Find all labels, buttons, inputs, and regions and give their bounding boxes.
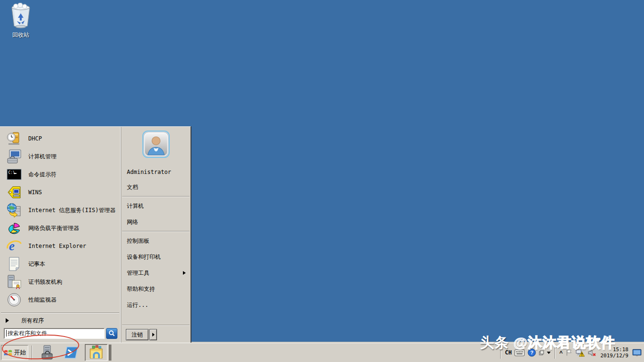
program-item-iis-manager[interactable]: Internet 信息服务(IIS)管理器 [0,201,120,219]
server-manager-icon[interactable] [40,345,55,360]
logoff-block: 注销 [121,324,190,343]
search-box [4,328,105,339]
logoff-label: 注销 [132,331,143,339]
divider [122,231,190,232]
text-caret [6,330,7,337]
program-label: 性能监视器 [28,296,57,304]
program-item-internet-explorer[interactable]: e Internet Explorer [0,237,120,255]
svg-text:?: ? [530,350,534,355]
display-monitor-icon[interactable] [632,349,642,356]
program-label: 计算机管理 [28,153,57,161]
all-programs-item[interactable]: 所有程序 [0,314,120,327]
language-indicator[interactable]: CH [505,349,512,356]
recycle-bin[interactable]: 回收站 [4,3,38,39]
command-prompt-icon: C:\ [7,167,22,182]
taskbar-divider [32,346,33,360]
menu-item-label: 设备和打印机 [127,253,161,261]
recycle-bin-label: 回收站 [12,31,29,39]
program-item-performance-monitor[interactable]: 性能监视器 [0,291,120,309]
start-button-label: 开始 [14,348,26,357]
menu-item-computer[interactable]: 计算机 [121,198,190,214]
svg-text:C:\: C:\ [8,171,16,175]
notepad-icon [7,256,22,272]
menu-item-run[interactable]: 运行... [121,297,190,313]
menu-item-label: 文档 [127,183,138,191]
logoff-options-button[interactable] [149,329,157,340]
program-label: 证书颁发机构 [28,278,62,286]
divider [122,196,190,197]
menu-item-label: 运行... [127,301,149,309]
user-name-item[interactable]: Administrator [121,165,190,179]
network-warning-icon[interactable] [576,349,585,357]
iis-manager-icon [7,203,22,218]
keyboard-icon[interactable] [514,349,525,356]
program-item-dhcp[interactable]: DHCP [0,130,120,148]
clock-time: 15:18 [613,346,628,353]
menu-item-admin-tools[interactable]: 管理工具 [121,265,190,281]
language-options-arrow-icon[interactable] [547,352,551,354]
all-programs-arrow-icon [6,318,9,323]
clock-date: 2019/12/9 [600,353,628,359]
program-item-wins[interactable]: WINS [0,183,120,201]
search-input[interactable] [8,329,102,337]
explorer-window-button[interactable] [85,344,107,361]
menu-item-help-support[interactable]: 帮助和支持 [121,281,190,297]
program-item-network-load-balancing[interactable]: 网络负载平衡管理器 [0,219,120,237]
menu-item-label: 控制面板 [127,237,149,245]
taskbar: 开始 CH [0,343,644,362]
certification-authority-icon [7,274,22,289]
search-icon [108,330,115,337]
program-label: 命令提示符 [28,171,57,179]
tray-divider [554,346,555,359]
search-row [0,327,120,343]
program-label: DHCP [28,135,42,142]
explorer-folder-icon [89,345,104,360]
recycle-bin-icon [8,3,33,30]
computer-management-icon [7,149,22,164]
program-label: Internet 信息服务(IIS)管理器 [28,206,116,214]
wins-icon [7,185,22,200]
program-list: DHCP 计算机管理 [0,127,120,312]
search-button[interactable] [106,328,117,339]
tray-divider [500,346,501,359]
program-label: WINS [28,189,42,196]
start-button[interactable]: 开始 [1,345,28,360]
clock[interactable]: 15:18 2019/12/9 [600,346,628,359]
network-load-balancing-icon [7,221,22,236]
user-avatar[interactable] [142,131,170,159]
taskband-divider [109,345,111,361]
menu-item-devices-printers[interactable]: 设备和打印机 [121,249,190,265]
program-label: 网络负载平衡管理器 [28,224,79,232]
system-tray: CH ? ^ [498,343,644,362]
menu-item-label: 网络 [127,218,138,226]
user-name-label: Administrator [127,169,171,175]
volume-muted-icon[interactable] [587,349,596,357]
logoff-options-arrow-icon [152,333,155,337]
menu-item-network[interactable]: 网络 [121,214,190,230]
show-hidden-icons-chevron[interactable]: ^ [559,350,562,356]
language-bar-restore-icon[interactable] [539,350,544,355]
dhcp-icon [7,131,22,146]
action-center-flag-icon[interactable] [565,349,573,356]
program-item-computer-management[interactable]: 计算机管理 [0,148,120,165]
windows-flag-icon [3,348,13,357]
submenu-arrow-icon [183,271,186,275]
powershell-icon[interactable] [64,345,79,360]
menu-item-documents[interactable]: 文档 [121,179,190,195]
divider [1,313,119,313]
program-item-certification-authority[interactable]: 证书颁发机构 [0,273,120,291]
program-label: 记事本 [28,260,45,268]
start-menu-places-panel: Administrator 文档 计算机 网络 控制面板 设备和打印机 管理工具… [121,127,190,343]
menu-item-label: 管理工具 [127,269,149,277]
start-menu: DHCP 计算机管理 [0,126,191,343]
language-help-icon[interactable]: ? [528,348,536,357]
program-item-command-prompt[interactable]: C:\ 命令提示符 [0,165,120,183]
logoff-button[interactable]: 注销 [126,329,149,340]
menu-item-control-panel[interactable]: 控制面板 [121,233,190,249]
menu-item-label: 帮助和支持 [127,285,155,293]
performance-monitor-icon [7,292,22,307]
program-label: Internet Explorer [28,243,86,249]
desktop: { "desktop": { "background_color": "#3a6… [0,0,644,362]
divider [122,325,190,326]
program-item-notepad[interactable]: 记事本 [0,255,120,273]
